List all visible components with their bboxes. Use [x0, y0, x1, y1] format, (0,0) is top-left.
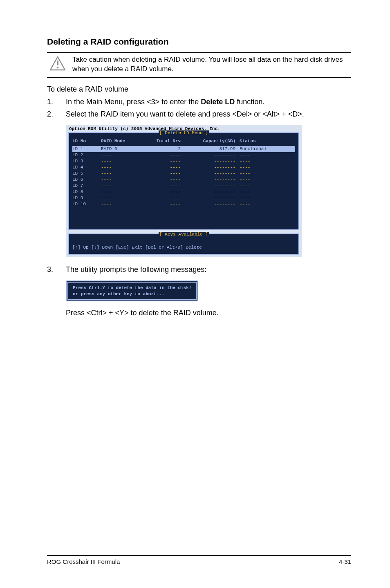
col-stat: ---- [240, 195, 289, 201]
col-drv: ---- [144, 189, 182, 195]
step-text: function. [235, 98, 264, 106]
col-header-cap: Capacity(GB) [182, 139, 240, 144]
bios-menu-title: [ Delete LD Menu ] [72, 130, 295, 135]
bios-delete-menu: [ Delete LD Menu ] LD No RAID Mode Total… [68, 132, 299, 230]
col-header-raid: RAID Mode [101, 139, 144, 144]
col-raid: ---- [101, 152, 144, 158]
col-cap: 317.99 [182, 146, 240, 152]
col-stat: ---- [240, 158, 289, 164]
bios-row: LD 3-------------------- [72, 158, 295, 164]
col-stat: ---- [240, 177, 289, 183]
bios-row: LD 9-------------------- [72, 195, 295, 201]
col-stat: ---- [240, 201, 289, 207]
col-ld: LD 6 [72, 177, 101, 183]
col-ld: LD 3 [72, 158, 101, 164]
step-3: 3. The utility prompts the following mes… [47, 265, 351, 274]
col-drv: ---- [144, 183, 182, 189]
bios-keys-box: [ Keys Available ] [↑] Up [↓] Down [ESC]… [68, 233, 299, 255]
col-ld: LD 1 [72, 146, 101, 152]
bios-column-headers: LD No RAID Mode Total Drv Capacity(GB) S… [72, 138, 295, 146]
col-cap: -------- [182, 177, 240, 183]
col-stat: ---- [240, 152, 289, 158]
bios-keys-text: [↑] Up [↓] Down [ESC] Exit [Del or Alt+D… [72, 239, 295, 250]
col-raid: ---- [101, 201, 144, 207]
col-cap: -------- [182, 189, 240, 195]
step-number: 3. [47, 265, 66, 274]
col-drv: ---- [144, 158, 182, 164]
bios-row: LD 1RAID 02317.99Functional [72, 146, 295, 152]
svg-rect-0 [57, 61, 58, 65]
bios-row: LD 4-------------------- [72, 164, 295, 171]
bios-row: LD 5-------------------- [72, 171, 295, 177]
step-2: 2. Select the RAID item you want to dele… [47, 109, 351, 119]
col-cap: -------- [182, 201, 240, 207]
caution-text: Take caution when deleting a RAID volume… [68, 55, 351, 74]
col-ld: LD 10 [72, 201, 101, 207]
bios-row: LD 7-------------------- [72, 183, 295, 189]
confirm-dialog: Press Ctrl-Y to delete the data in the d… [66, 281, 198, 302]
col-drv: ---- [144, 164, 182, 171]
step-text: Select the RAID item you want to delete … [66, 109, 304, 119]
col-raid: ---- [101, 195, 144, 201]
col-stat: ---- [240, 189, 289, 195]
col-header-drv: Total Drv [144, 139, 182, 144]
page-footer: ROG Crosshair III Formula 4-31 [47, 555, 351, 565]
col-cap: -------- [182, 195, 240, 201]
col-cap: -------- [182, 164, 240, 171]
svg-point-1 [57, 67, 59, 69]
step-text: In the Main Menu, press <3> to enter the [66, 98, 201, 106]
col-raid: ---- [101, 164, 144, 171]
col-stat: ---- [240, 164, 289, 171]
confirm-line2: or press any other key to abort... [73, 291, 191, 297]
col-stat: ---- [240, 171, 289, 177]
bios-keys-title: [ Keys Available ] [72, 232, 295, 237]
bios-screenshot: Option ROM Utility (c) 2008 Advanced Mic… [66, 125, 302, 257]
col-ld: LD 9 [72, 195, 101, 201]
caution-note: Take caution when deleting a RAID volume… [47, 52, 351, 78]
step-number: 2. [47, 109, 66, 119]
col-drv: ---- [144, 177, 182, 183]
bios-row: LD 10-------------------- [72, 201, 295, 207]
bios-row: LD 6-------------------- [72, 177, 295, 183]
col-drv: ---- [144, 201, 182, 207]
confirm-line1: Press Ctrl-Y to delete the data in the d… [73, 285, 191, 291]
col-raid: RAID 0 [101, 146, 144, 152]
footer-left: ROG Crosshair III Formula [47, 558, 120, 565]
col-ld: LD 7 [72, 183, 101, 189]
col-ld: LD 5 [72, 171, 101, 177]
col-cap: -------- [182, 183, 240, 189]
after-confirm-text: Press <Ctrl> + <Y> to delete the RAID vo… [66, 309, 351, 317]
col-ld: LD 8 [72, 189, 101, 195]
col-stat: Functional [240, 146, 289, 152]
col-raid: ---- [101, 183, 144, 189]
col-cap: -------- [182, 171, 240, 177]
col-ld: LD 2 [72, 152, 101, 158]
col-drv: ---- [144, 152, 182, 158]
bios-row: LD 8-------------------- [72, 189, 295, 195]
col-cap: -------- [182, 158, 240, 164]
col-raid: ---- [101, 171, 144, 177]
col-header-ld: LD No [72, 139, 101, 144]
col-header-stat: Status [240, 139, 289, 144]
col-raid: ---- [101, 158, 144, 164]
step-text: The utility prompts the following messag… [66, 265, 206, 274]
caution-icon [47, 55, 68, 71]
intro-text: To delete a RAID volume [47, 85, 351, 94]
col-ld: LD 4 [72, 164, 101, 171]
col-raid: ---- [101, 189, 144, 195]
bios-row: LD 2-------------------- [72, 152, 295, 158]
col-drv: 2 [144, 146, 182, 152]
col-raid: ---- [101, 177, 144, 183]
col-drv: ---- [144, 171, 182, 177]
step-bold: Delete LD [201, 98, 235, 106]
section-heading: Deleting a RAID configuration [47, 37, 351, 47]
col-stat: ---- [240, 183, 289, 189]
step-1: 1. In the Main Menu, press <3> to enter … [47, 97, 351, 107]
col-drv: ---- [144, 195, 182, 201]
step-number: 1. [47, 97, 66, 107]
footer-right: 4-31 [339, 558, 351, 565]
col-cap: -------- [182, 152, 240, 158]
